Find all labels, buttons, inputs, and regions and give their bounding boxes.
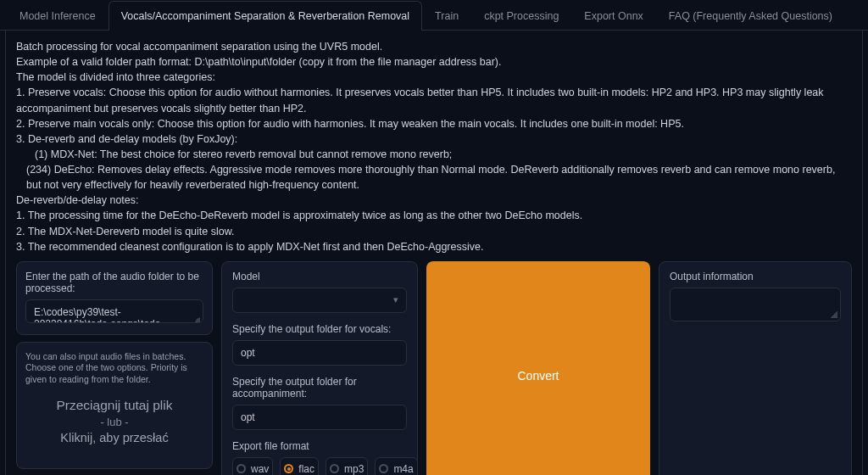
batch-hint: You can also input audio files in batche… (25, 351, 203, 386)
file-dropzone[interactable]: Przeciągnij tutaj plik - lub - Kliknij, … (25, 386, 203, 460)
desc-line: 3. De-reverb and de-delay models (by Fox… (16, 131, 852, 147)
batch-input-panel: You can also input audio files in batche… (16, 342, 213, 469)
tab-faq[interactable]: FAQ (Frequently Asked Questions) (656, 1, 845, 31)
output-info-panel: Output information (659, 261, 852, 475)
format-wav[interactable]: wav (232, 457, 273, 475)
desc-line: Batch processing for vocal accompaniment… (16, 39, 852, 54)
model-label: Model (232, 271, 407, 282)
dropzone-line2: - lub - (32, 416, 197, 428)
desc-line: (1) MDX-Net: The best choice for stereo … (16, 147, 852, 162)
radio-icon (236, 464, 246, 473)
dropzone-line1: Przeciągnij tutaj plik (32, 398, 197, 413)
convert-column: Convert (426, 261, 650, 475)
desc-line: 2. Preserve main vocals only: Choose thi… (16, 116, 852, 131)
desc-line: 1. The processing time for the DeEcho-De… (16, 208, 852, 223)
tab-content: Batch processing for vocal accompaniment… (5, 31, 863, 475)
desc-line: Example of a valid folder path format: D… (16, 54, 852, 70)
model-select[interactable]: ▾ (232, 288, 407, 313)
output-accomp-input[interactable] (232, 405, 407, 430)
format-mp3[interactable]: mp3 (326, 457, 368, 475)
format-m4a[interactable]: m4a (375, 457, 417, 475)
audio-path-input[interactable]: E:\codes\py39\test-20230416b\todo-songs\… (25, 299, 203, 323)
convert-button[interactable]: Convert (426, 261, 650, 475)
desc-line: De-reverb/de-delay notes: (16, 193, 852, 208)
settings-panel: Model ▾ Specify the output folder for vo… (221, 261, 418, 475)
chevron-down-icon: ▾ (393, 294, 398, 305)
desc-line: 1. Preserve vocals: Choose this option f… (16, 85, 852, 115)
panels-row: Enter the path of the audio folder to be… (16, 261, 852, 475)
dropzone-line3: Kliknij, aby przesłać (32, 431, 197, 444)
input-column: Enter the path of the audio folder to be… (16, 261, 213, 475)
tab-ckpt-processing[interactable]: ckpt Processing (471, 1, 571, 31)
radio-icon (284, 464, 293, 473)
format-flac[interactable]: flac (280, 457, 319, 475)
desc-line: The model is divided into three categori… (16, 70, 852, 85)
format-radio-group: wav flac mp3 m4a (232, 457, 407, 475)
radio-icon (379, 464, 388, 473)
description-text: Batch processing for vocal accompaniment… (16, 39, 852, 254)
desc-line: 2. The MDX-Net-Dereverb model is quite s… (16, 224, 852, 239)
output-vocals-input[interactable] (232, 340, 407, 366)
output-info-textarea[interactable] (670, 288, 841, 321)
tab-model-inference[interactable]: Model Inference (7, 1, 108, 31)
radio-icon (330, 464, 339, 473)
tab-bar: Model Inference Vocals/Accompaniment Sep… (0, 0, 868, 31)
desc-line: 3. The recommended cleanest configuratio… (16, 239, 852, 254)
audio-path-panel: Enter the path of the audio folder to be… (16, 261, 213, 335)
audio-path-label: Enter the path of the audio folder to be… (25, 271, 203, 294)
tab-vocals-separation[interactable]: Vocals/Accompaniment Separation & Reverb… (108, 1, 422, 31)
tab-train[interactable]: Train (422, 1, 471, 31)
output-info-label: Output information (670, 271, 841, 282)
desc-line: (234) DeEcho: Removes delay effects. Agg… (16, 162, 852, 193)
tab-export-onnx[interactable]: Export Onnx (571, 1, 655, 31)
output-vocals-label: Specify the output folder for vocals: (232, 323, 407, 335)
output-accomp-label: Specify the output folder for accompanim… (232, 376, 407, 400)
export-format-label: Export file format (232, 440, 407, 452)
